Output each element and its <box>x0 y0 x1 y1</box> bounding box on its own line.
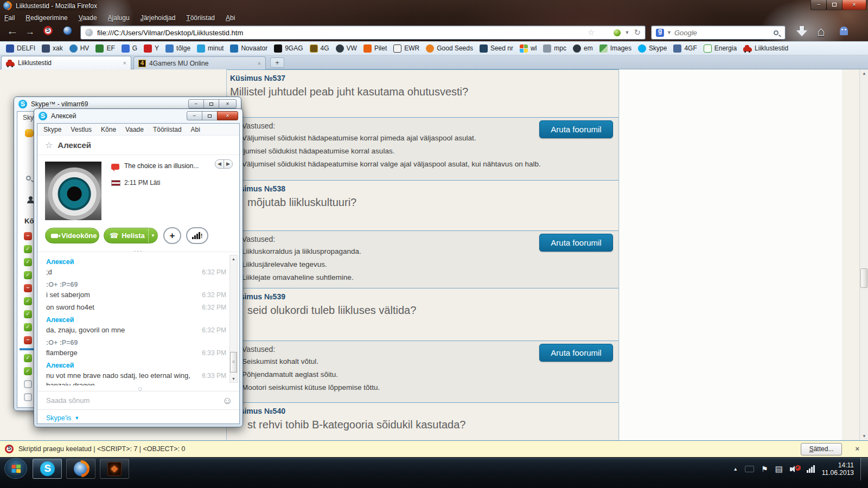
contact-status-icon[interactable] <box>24 284 32 292</box>
bookmark-star-icon[interactable]: ☆ <box>588 28 595 37</box>
bookmark-9gag[interactable]: 9GAG <box>271 43 305 54</box>
favorite-star-icon[interactable]: ☆ <box>45 140 53 150</box>
maximize-button[interactable] <box>203 99 219 108</box>
scroll-up-icon[interactable]: ▲ <box>860 69 868 78</box>
add-participant-button[interactable]: + <box>163 227 181 244</box>
menu-abi[interactable]: Abi <box>226 14 235 22</box>
downloads-icon[interactable] <box>796 26 807 37</box>
contact-status-icon[interactable] <box>24 380 32 388</box>
search-icon[interactable] <box>774 30 778 35</box>
bookmark-vw[interactable]: VW <box>333 43 360 54</box>
bookmark-em[interactable]: em <box>570 43 596 54</box>
close-button[interactable]: × <box>217 111 238 120</box>
maximize-button[interactable] <box>202 111 218 120</box>
contact-status-icon[interactable] <box>24 245 32 253</box>
chevron-down-icon[interactable]: ▼ <box>74 414 79 422</box>
contact-status-icon[interactable] <box>24 310 32 318</box>
home-icon[interactable]: ⌂ <box>817 24 825 39</box>
bookmark-images[interactable]: Images <box>597 43 634 54</box>
bookmark-seed-nr[interactable]: Seed nr <box>477 43 516 54</box>
noscript-settings-button[interactable]: Sätted... <box>801 443 842 455</box>
scroll-down-icon[interactable]: ▼ <box>230 375 237 382</box>
contact-status-icon[interactable] <box>24 297 32 305</box>
contact-status-icon[interactable] <box>24 258 32 266</box>
answer-item[interactable]: Liiklejate omavaheline suhtlemine. <box>242 273 612 281</box>
bookmark-y[interactable]: Y <box>141 43 162 54</box>
answer-item[interactable]: Liiklusjärelevalve tegevus. <box>242 260 612 268</box>
tray-expand-icon[interactable]: ▲ <box>733 466 738 472</box>
menu-skype[interactable]: Skype <box>43 126 61 135</box>
answer-item[interactable]: Põhjendamatult aeglast sõitu. <box>242 370 612 378</box>
url-text[interactable]: file:///C:/Users/Vilmar/Desktop/Liiklust… <box>97 29 583 37</box>
search-input[interactable] <box>674 29 771 37</box>
discuss-forum-button[interactable]: Aruta foorumil <box>539 234 613 252</box>
clipboard-icon[interactable]: ▤ <box>775 464 783 474</box>
menu-vestlus[interactable]: Vestlus <box>71 126 92 135</box>
video-call-button[interactable]: Videokõne <box>45 228 99 243</box>
tab-liiklustestid[interactable]: Liiklustestid <box>1 56 131 69</box>
chat-message-list[interactable]: Алексей ;d6:32 PM :O+ :P=69 i set saberj… <box>37 252 239 386</box>
noscript-icon[interactable] <box>5 445 14 453</box>
contact-status-icon[interactable] <box>24 367 32 375</box>
scrollbar-thumb[interactable]: ≡ <box>230 352 237 373</box>
bookmark-energia[interactable]: Energia <box>701 43 739 54</box>
tab-close-icon[interactable] <box>123 60 126 66</box>
bookmark-ewr[interactable]: EWR <box>391 43 422 54</box>
bookmark-g[interactable]: G <box>119 43 140 54</box>
collapse-dots-icon[interactable]: ... <box>37 247 239 251</box>
message-input[interactable] <box>46 396 218 404</box>
chat-scrollbar[interactable]: ▲ ≡ ▼ <box>229 255 238 383</box>
contact-status-icon[interactable] <box>24 232 32 240</box>
restore-button[interactable] <box>826 0 843 10</box>
show-desktop-button[interactable] <box>860 458 868 480</box>
scroll-up-icon[interactable]: ▲ <box>230 255 237 262</box>
bookmark-tolge[interactable]: tõlge <box>163 43 193 54</box>
display-icon[interactable] <box>745 466 754 472</box>
menu-redigeerimine[interactable]: Redigeerimine <box>25 14 67 22</box>
answer-item[interactable]: ljumisel sõidukist hädapeatumise korral … <box>242 147 612 155</box>
taskbar-clock[interactable]: 14:11 11.06.2013 <box>822 461 854 477</box>
addon-green-icon[interactable] <box>614 29 621 36</box>
menu-tooriistad[interactable]: Tööriistad <box>186 14 215 22</box>
ghostery-icon[interactable] <box>840 27 848 35</box>
action-center-flag-icon[interactable]: ⚑ <box>761 465 768 473</box>
bookmark-4gf[interactable]: 4GF <box>671 43 699 54</box>
contact-status-icon[interactable] <box>24 336 32 344</box>
bookmark-pilet[interactable]: Pilet <box>361 43 390 54</box>
bookmark-wl[interactable]: wl <box>517 43 539 54</box>
answer-item[interactable]: Mootori seiskumist kütuse lõppemise tõtt… <box>242 383 612 391</box>
network-signal-icon[interactable] <box>807 465 815 473</box>
away-status-icon[interactable] <box>25 129 34 137</box>
scroll-down-icon[interactable]: ▼ <box>860 432 868 440</box>
google-engine-icon[interactable] <box>656 29 664 37</box>
volume-muted-icon[interactable] <box>790 465 800 473</box>
tab-4gamers[interactable]: 4Gamers MU Online <box>133 56 266 70</box>
minimize-button[interactable]: − <box>810 0 827 10</box>
menu-vaade[interactable]: Vaade <box>125 126 144 135</box>
close-button[interactable]: × <box>842 0 866 10</box>
bookmark-xak[interactable]: xak <box>39 43 66 54</box>
skypeis-link[interactable]: Skype'is <box>46 414 71 422</box>
bookmark-4g[interactable]: 4G <box>307 43 332 54</box>
contact-status-icon[interactable] <box>24 323 32 331</box>
url-dropdown-icon[interactable]: ▼ <box>625 30 630 35</box>
contact-status-icon[interactable] <box>24 393 32 401</box>
statusbar-close-icon[interactable]: × <box>855 445 859 452</box>
start-button[interactable] <box>4 458 27 479</box>
taskbar-firefox-button[interactable] <box>66 459 95 479</box>
bookmark-mpc[interactable]: mpc <box>540 43 569 54</box>
menu-jarjehoidjad[interactable]: Järjehoidjad <box>141 14 176 22</box>
contacts-icon[interactable] <box>27 196 34 203</box>
carousel-prev-icon[interactable]: ◀ <box>215 159 224 169</box>
tab-close-icon[interactable] <box>258 60 261 67</box>
scrollbar-thumb[interactable] <box>860 268 867 288</box>
engine-dropdown-icon[interactable]: ▼ <box>667 30 672 35</box>
call-dropdown-icon[interactable]: ▼ <box>148 228 157 243</box>
discuss-forum-button[interactable]: Aruta foorumil <box>539 344 613 362</box>
answer-item[interactable]: Väljumisel sõidukist hädapeatumise korra… <box>242 160 612 168</box>
noscript-icon[interactable] <box>43 26 53 35</box>
discuss-forum-button[interactable]: Aruta foorumil <box>539 120 613 138</box>
taskbar-skype-button[interactable] <box>33 459 62 479</box>
new-tab-button[interactable]: + <box>270 57 284 68</box>
bookmark-skype[interactable]: Skype <box>635 43 669 54</box>
